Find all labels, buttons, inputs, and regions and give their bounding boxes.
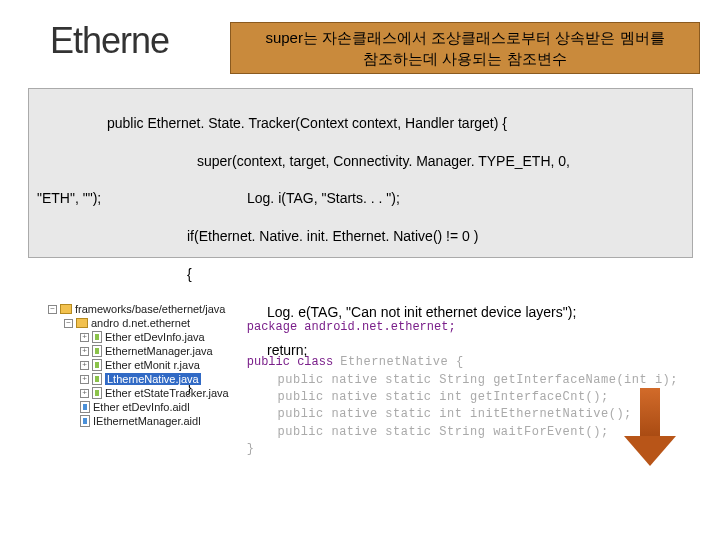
tree-file-label: EthernetManager.java <box>105 345 213 357</box>
aidl-file-icon <box>80 415 90 427</box>
tree-file-label: Ether etMonit r.java <box>105 359 200 371</box>
java-file-icon <box>92 387 102 399</box>
expand-icon[interactable]: + <box>80 347 89 356</box>
src-brace: } <box>247 442 255 456</box>
expand-icon[interactable]: + <box>80 389 89 398</box>
tree-root[interactable]: − frameworks/base/ethernet/java <box>48 302 239 316</box>
page-title: Etherne <box>50 20 169 62</box>
code-line-5: { <box>37 265 684 284</box>
callout-line-2: 참조하는데 사용되는 참조변수 <box>239 48 691 69</box>
package-icon <box>76 318 88 328</box>
expand-icon[interactable]: + <box>80 333 89 342</box>
folder-icon <box>60 304 72 314</box>
expand-icon[interactable]: + <box>80 375 89 384</box>
callout-line-1: super는 자손클래스에서 조상클래스로부터 상속받은 멤버를 <box>239 27 691 48</box>
src-method: public native static String waitForEvent… <box>247 425 609 439</box>
collapse-icon[interactable]: − <box>48 305 57 314</box>
tree-file-label: Ether etDevInfo.aidl <box>93 401 190 413</box>
java-file-icon <box>92 331 102 343</box>
tree-file-label: Ether etStateTracker.java <box>105 387 229 399</box>
code-line-4: if(Ethernet. Native. init. Ethernet. Nat… <box>37 227 684 246</box>
java-file-icon <box>92 345 102 357</box>
tree-file-label: IEthernetManager.aidl <box>93 415 201 427</box>
tree-file[interactable]: + Ether etStateTracker.java <box>48 386 239 400</box>
callout-box: super는 자손클래스에서 조상클래스로부터 상속받은 멤버를 참조하는데 사… <box>230 22 700 74</box>
code-line-2: super(context, target, Connectivity. Man… <box>37 152 684 171</box>
src-kw-class: public class <box>247 355 341 369</box>
src-method: public native static int getInterfaceCnt… <box>247 390 609 404</box>
tree-file[interactable]: + EthernetManager.java <box>48 344 239 358</box>
src-method: public native static int initEthernetNat… <box>247 407 632 421</box>
src-pkg: android.net.ethernet; <box>297 320 455 334</box>
src-method: public native static String getInterface… <box>247 373 678 387</box>
java-file-icon <box>92 359 102 371</box>
down-arrow-icon <box>624 388 676 476</box>
src-kw-package: package <box>247 320 297 334</box>
file-tree[interactable]: − frameworks/base/ethernet/java − andro … <box>48 296 239 466</box>
tree-file-selected[interactable]: + LtherneNative.java <box>48 372 239 386</box>
tree-file[interactable]: + Ether etMonit r.java <box>48 358 239 372</box>
java-file-icon <box>92 373 102 385</box>
tree-package-label: andro d.net.ethernet <box>91 317 190 329</box>
src-class-name: EthernetNative { <box>340 355 463 369</box>
code-line-3: "ETH", "");Log. i(TAG, "Starts. . . "); <box>37 189 684 208</box>
code-block: public Ethernet. State. Tracker(Context … <box>28 88 693 258</box>
code-line-1: public Ethernet. State. Tracker(Context … <box>37 114 684 133</box>
expand-icon[interactable]: + <box>80 361 89 370</box>
tree-package[interactable]: − andro d.net.ethernet <box>48 316 239 330</box>
tree-file[interactable]: IEthernetManager.aidl <box>48 414 239 428</box>
source-preview: package android.net.ethernet; public cla… <box>239 296 678 466</box>
tree-file[interactable]: + Ether etDevInfo.java <box>48 330 239 344</box>
aidl-file-icon <box>80 401 90 413</box>
tree-root-label: frameworks/base/ethernet/java <box>75 303 225 315</box>
collapse-icon[interactable]: − <box>64 319 73 328</box>
tree-file-label: LtherneNative.java <box>105 373 201 385</box>
tree-file-label: Ether etDevInfo.java <box>105 331 205 343</box>
lower-section: − frameworks/base/ethernet/java − andro … <box>48 296 678 466</box>
tree-file[interactable]: Ether etDevInfo.aidl <box>48 400 239 414</box>
